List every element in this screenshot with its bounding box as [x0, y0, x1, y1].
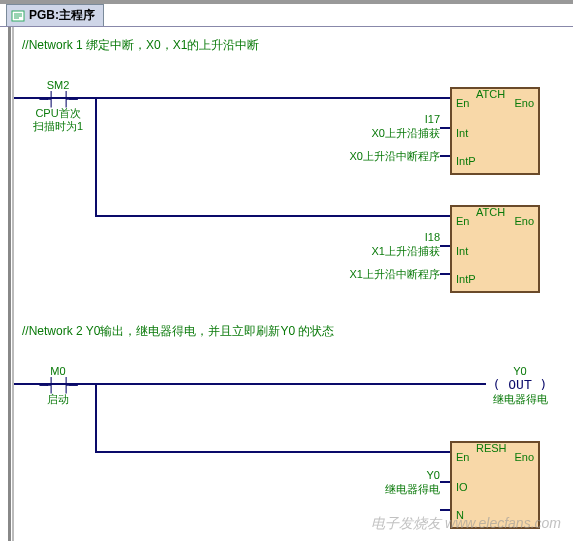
wire — [95, 451, 450, 453]
int-desc-2: X1上升沿捕获 — [310, 244, 440, 259]
wire — [440, 155, 450, 157]
coil-y0[interactable]: Y0 ( OUT ) 继电器得电 — [480, 365, 560, 407]
coil-tag: Y0 — [480, 365, 560, 377]
block-atch-2[interactable]: ATCH En Eno Int IntP — [450, 205, 540, 293]
pin-intp: IntP — [456, 155, 476, 167]
wire — [440, 273, 450, 275]
contact-m0[interactable]: M0 ─┤ ├─ 启动 — [28, 365, 88, 406]
pin-int: Int — [456, 245, 468, 257]
desc1: 启动 — [28, 393, 88, 406]
coil-symbol: ( OUT ) — [480, 377, 560, 392]
pin-eno: Eno — [514, 451, 534, 463]
contact-symbol: ─┤ ├─ — [28, 377, 88, 393]
power-rail-left — [8, 27, 11, 541]
wire — [95, 383, 97, 453]
coil-desc: 继电器得电 — [480, 392, 560, 407]
wire — [440, 509, 450, 511]
ladder-canvas: //Network 1 绑定中断，X0，X1的上升沿中断 SM2 ─┤ ├─ C… — [0, 26, 573, 541]
wire — [95, 97, 97, 217]
contact-symbol: ─┤ ├─ — [28, 91, 88, 107]
contact-sm2[interactable]: SM2 ─┤ ├─ CPU首次 扫描时为1 — [28, 79, 88, 132]
block-atch-1[interactable]: ATCH En Eno Int IntP — [450, 87, 540, 175]
power-rail-left-shadow — [12, 27, 14, 541]
wire — [440, 245, 450, 247]
desc1: CPU首次 — [28, 107, 88, 120]
pin-int: Int — [456, 127, 468, 139]
program-tab[interactable]: PGB:主程序 — [6, 4, 104, 26]
tab-title: PGB:主程序 — [29, 7, 95, 24]
int-tag-1: I17 — [310, 113, 440, 125]
pin-eno: Eno — [514, 215, 534, 227]
block-name: RESH — [476, 442, 507, 454]
pin-io: IO — [456, 481, 468, 493]
intp-desc-1: X0上升沿中断程序 — [310, 149, 440, 164]
pin-eno: Eno — [514, 97, 534, 109]
pin-en: En — [456, 451, 469, 463]
pin-en: En — [456, 97, 469, 109]
wire — [440, 127, 450, 129]
io-tag: Y0 — [310, 469, 440, 481]
int-tag-2: I18 — [310, 231, 440, 243]
wire — [95, 215, 450, 217]
intp-desc-2: X1上升沿中断程序 — [310, 267, 440, 282]
program-icon — [11, 9, 25, 23]
block-name: ATCH — [476, 88, 505, 100]
int-desc-1: X0上升沿捕获 — [310, 126, 440, 141]
tag: M0 — [28, 365, 88, 377]
network1-comment: //Network 1 绑定中断，X0，X1的上升沿中断 — [22, 37, 259, 54]
pin-en: En — [456, 215, 469, 227]
desc2: 扫描时为1 — [28, 120, 88, 133]
tag: SM2 — [28, 79, 88, 91]
block-name: ATCH — [476, 206, 505, 218]
watermark: 电子发烧友 www.elecfans.com — [371, 515, 561, 533]
network2-comment: //Network 2 Y0输出，继电器得电，并且立即刷新Y0 的状态 — [22, 323, 335, 340]
pin-intp: IntP — [456, 273, 476, 285]
io-desc: 继电器得电 — [310, 482, 440, 497]
wire — [440, 481, 450, 483]
